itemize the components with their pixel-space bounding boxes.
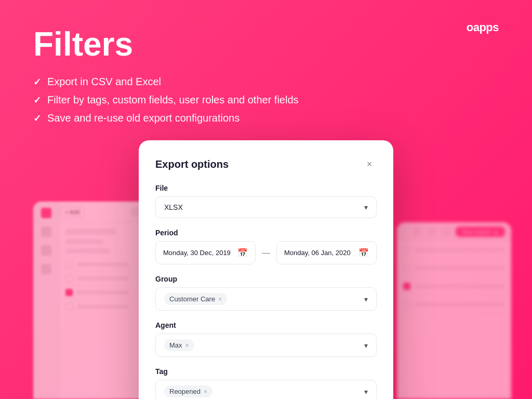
agent-tag-max: Max × bbox=[164, 339, 194, 351]
bg-icon-2 bbox=[427, 227, 437, 237]
bg-list-item-1 bbox=[397, 241, 511, 259]
brand-logo: oapps bbox=[467, 21, 499, 34]
group-field-group: Group Customer Care × ▾ bbox=[155, 275, 377, 311]
bg-app-list-4 bbox=[65, 300, 129, 314]
start-calendar-icon: 📅 bbox=[237, 248, 248, 258]
bg-export-button: New export ▲ bbox=[456, 227, 505, 237]
check-icon-3: ✓ bbox=[33, 113, 41, 124]
bg-sidebar-item-2 bbox=[41, 227, 51, 237]
modal-header: Export options × bbox=[155, 157, 377, 171]
bg-content-row-1 bbox=[65, 229, 116, 235]
feature-item-2: ✓ Filter by tags, custom fields, user ro… bbox=[33, 94, 499, 106]
bg-checkbox-4 bbox=[403, 301, 410, 308]
agent-tag-remove[interactable]: × bbox=[185, 342, 189, 349]
tag-field-group: Tag Reopened × ▾ bbox=[155, 367, 377, 399]
group-chevron-icon: ▾ bbox=[364, 295, 368, 303]
bg-export-label: New export bbox=[462, 229, 491, 235]
period-end-date[interactable]: Monday, 06 Jan, 2020 📅 bbox=[276, 241, 377, 264]
bg-checkbox-3 bbox=[403, 283, 410, 290]
agent-label: Agent bbox=[155, 321, 377, 329]
bg-app-chk-4 bbox=[65, 303, 73, 310]
bg-content-row-2 bbox=[65, 239, 103, 244]
bg-icon-1 bbox=[412, 227, 422, 237]
bg-app-text-4 bbox=[77, 304, 129, 309]
check-icon-1: ✓ bbox=[33, 76, 41, 88]
modal-close-button[interactable]: × bbox=[362, 157, 377, 171]
bg-sidebar-item-3 bbox=[41, 245, 51, 256]
bg-right-topbar: New export ▲ bbox=[397, 222, 511, 241]
tag-pill-label: Reopened bbox=[169, 388, 201, 395]
feature-text-3: Save and re-use old export configuration… bbox=[47, 112, 240, 124]
tag-label: Tag bbox=[155, 367, 377, 376]
export-options-modal: Export options × File XLSX ▾ Period Mond… bbox=[139, 140, 393, 399]
bg-text-4 bbox=[415, 302, 505, 307]
file-field-group: File XLSX ▾ bbox=[155, 184, 377, 218]
bg-list-item-3 bbox=[397, 277, 511, 296]
group-select[interactable]: Customer Care × ▾ bbox=[155, 287, 377, 311]
group-tag-remove[interactable]: × bbox=[218, 296, 222, 303]
group-tag-pills: Customer Care × bbox=[164, 293, 227, 305]
feature-item-1: ✓ Export in CSV and Excel bbox=[33, 76, 499, 88]
modal-title: Export options bbox=[155, 158, 229, 170]
agent-select[interactable]: Max × ▾ bbox=[155, 334, 377, 357]
feature-item-3: ✓ Save and re-use old export configurati… bbox=[33, 112, 499, 124]
start-date-value: Monday, 30 Dec, 2019 bbox=[163, 249, 231, 257]
bg-app-chk-2 bbox=[65, 275, 73, 282]
end-date-value: Monday, 06 Jan, 2020 bbox=[284, 249, 351, 257]
file-select[interactable]: XLSX ▾ bbox=[155, 196, 377, 218]
end-calendar-icon: 📅 bbox=[358, 248, 369, 258]
period-label: Period bbox=[155, 229, 377, 237]
period-start-date[interactable]: Monday, 30 Dec, 2019 📅 bbox=[155, 241, 256, 264]
bg-text-1 bbox=[415, 248, 505, 252]
group-tag-customer-care: Customer Care × bbox=[164, 293, 227, 305]
brand-name: oapps bbox=[467, 21, 499, 34]
bg-list bbox=[65, 258, 129, 314]
tag-select[interactable]: Reopened × ▾ bbox=[155, 380, 377, 399]
tag-chevron-icon: ▾ bbox=[364, 388, 368, 396]
date-separator: — bbox=[260, 248, 272, 258]
file-chevron-icon: ▾ bbox=[364, 203, 368, 211]
bg-checkbox-1 bbox=[403, 246, 410, 254]
bg-sidebar-item-4 bbox=[41, 264, 51, 274]
tag-pill-remove[interactable]: × bbox=[204, 388, 207, 395]
tag-pill-reopened: Reopened × bbox=[164, 385, 212, 397]
bg-app-chk-1 bbox=[65, 261, 73, 268]
background-right-panel: New export ▲ bbox=[397, 222, 511, 399]
bg-app-list-2 bbox=[65, 272, 129, 286]
group-label: Group bbox=[155, 275, 377, 283]
bg-text-3 bbox=[415, 284, 505, 288]
bg-list-item-2 bbox=[397, 259, 511, 277]
group-tag-label: Customer Care bbox=[169, 295, 215, 303]
tag-pills: Reopened × bbox=[164, 385, 212, 397]
bg-add-button: + Add bbox=[60, 206, 84, 218]
bg-export-chevron: ▲ bbox=[493, 229, 499, 235]
bg-app-text-1 bbox=[77, 262, 129, 267]
bg-app-text-3 bbox=[77, 290, 129, 295]
bg-app-list-1 bbox=[65, 258, 129, 272]
bg-app-text-2 bbox=[77, 276, 129, 281]
agent-tag-pills: Max × bbox=[164, 339, 194, 351]
bg-text-2 bbox=[415, 266, 505, 270]
agent-tag-label: Max bbox=[169, 341, 182, 349]
bg-content-row-3 bbox=[65, 248, 110, 254]
file-label: File bbox=[155, 184, 377, 192]
bg-content-area bbox=[59, 222, 135, 399]
period-field-group: Period Monday, 30 Dec, 2019 📅 — Monday, … bbox=[155, 229, 377, 264]
feature-text-2: Filter by tags, custom fields, user role… bbox=[47, 94, 299, 106]
agent-chevron-icon: ▾ bbox=[364, 341, 368, 350]
bg-add-label: + Add bbox=[65, 209, 79, 215]
file-value: XLSX bbox=[164, 203, 183, 211]
feature-text-1: Export in CSV and Excel bbox=[47, 76, 161, 88]
bg-checkbox-2 bbox=[403, 264, 410, 272]
bg-icon-3 bbox=[441, 227, 451, 237]
header: oapps Filters ✓ Export in CSV and Excel … bbox=[0, 0, 532, 124]
period-row: Monday, 30 Dec, 2019 📅 — Monday, 06 Jan,… bbox=[155, 241, 377, 264]
agent-field-group: Agent Max × ▾ bbox=[155, 321, 377, 357]
page-title: Filters bbox=[33, 25, 499, 63]
bg-sidebar bbox=[33, 202, 59, 399]
bg-list-item-4 bbox=[397, 296, 511, 314]
bg-app-chk-3 bbox=[65, 289, 73, 296]
bg-app-list-3 bbox=[65, 286, 129, 300]
check-icon-2: ✓ bbox=[33, 95, 41, 106]
feature-list: ✓ Export in CSV and Excel ✓ Filter by ta… bbox=[33, 76, 499, 124]
